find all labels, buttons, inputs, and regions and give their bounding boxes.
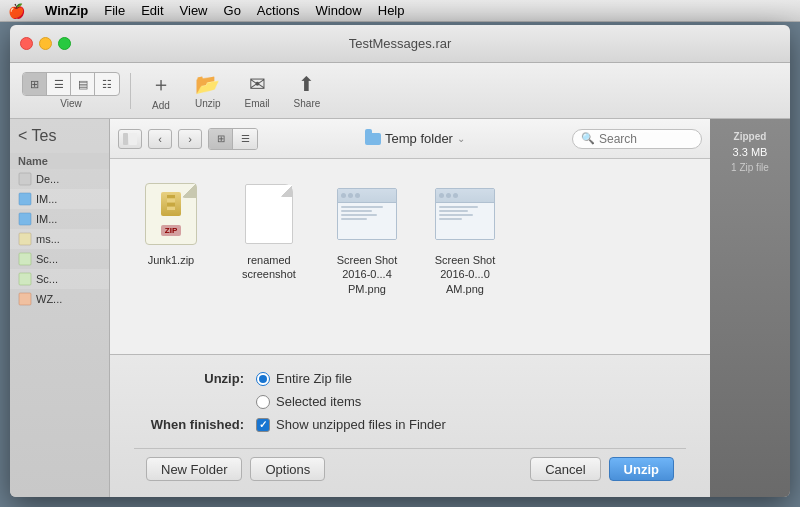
list-item[interactable]: IM...	[10, 209, 109, 229]
add-icon: ＋	[151, 71, 171, 98]
options-button[interactable]: Options	[250, 457, 325, 481]
back-button[interactable]: ‹	[148, 129, 172, 149]
folder-icon	[365, 133, 381, 145]
image-icon	[18, 212, 32, 226]
unzip-button[interactable]: Unzip	[609, 457, 674, 481]
view-btn-list[interactable]: ☰	[47, 73, 71, 95]
share-button[interactable]: ⬆ Share	[284, 68, 331, 113]
list-item[interactable]: WZ...	[10, 289, 109, 309]
search-input[interactable]	[599, 132, 689, 146]
menu-view[interactable]: View	[180, 3, 208, 18]
list-item[interactable]: ZIP Junk1.zip	[126, 175, 216, 271]
winzip-icon	[18, 292, 32, 306]
view-section: ⊞ ☰ ▤ ☷ View	[22, 72, 120, 109]
radio-selected-items[interactable]	[256, 395, 270, 409]
menu-help[interactable]: Help	[378, 3, 405, 18]
menu-bar: 🍎 WinZip File Edit View Go Actions Windo…	[0, 0, 800, 22]
view-btn-coverflow[interactable]: ☷	[95, 73, 119, 95]
close-button[interactable]	[20, 37, 33, 50]
line-decoration	[341, 210, 372, 212]
new-folder-button[interactable]: New Folder	[146, 457, 242, 481]
svg-rect-7	[123, 133, 128, 145]
sidebar-header: < Tes	[10, 119, 109, 153]
unzip-button[interactable]: 📂 Unzip	[185, 68, 231, 113]
minimize-button[interactable]	[39, 37, 52, 50]
image-icon	[18, 192, 32, 206]
sidebar-item-name: Sc...	[36, 273, 58, 285]
svg-rect-0	[19, 173, 31, 185]
svg-rect-12	[167, 207, 175, 210]
search-box[interactable]: 🔍	[572, 129, 702, 149]
add-label: Add	[152, 100, 170, 111]
list-item[interactable]: Sc...	[10, 269, 109, 289]
add-button[interactable]: ＋ Add	[141, 67, 181, 115]
main-content: ‹ › ⊞ ☰ Temp folder ⌄ 🔍	[110, 119, 710, 497]
svg-rect-8	[129, 133, 137, 145]
file-icon-container: ZIP	[141, 179, 201, 249]
list-item[interactable]: De...	[10, 169, 109, 189]
list-item[interactable]: Screen Shot2016-0...4 PM.png	[322, 175, 412, 300]
entire-zip-option[interactable]: Entire Zip file	[256, 371, 352, 386]
file-name: Junk1.zip	[148, 253, 194, 267]
maximize-button[interactable]	[58, 37, 71, 50]
list-item[interactable]: Screen Shot2016-0...0 AM.png	[420, 175, 510, 300]
grid-view-button[interactable]: ⊞	[209, 129, 233, 149]
menu-actions[interactable]: Actions	[257, 3, 300, 18]
zip-size: 3.3 MB	[733, 146, 768, 158]
line-decoration	[341, 206, 383, 208]
menu-go[interactable]: Go	[224, 3, 241, 18]
sidebar-toggle-button[interactable]	[118, 129, 142, 149]
sidebar-column-header: Name	[10, 153, 109, 169]
apple-menu[interactable]: 🍎	[8, 3, 25, 19]
unzip-options: Unzip: Entire Zip file Selected items	[134, 371, 686, 432]
dot-icon	[446, 193, 451, 198]
doc-icon	[18, 172, 32, 186]
dot-icon	[341, 193, 346, 198]
image-icon	[18, 272, 32, 286]
list-item[interactable]: renamedscreenshot	[224, 175, 314, 286]
when-finished-label: When finished:	[134, 417, 244, 432]
screenshot-body	[436, 203, 494, 239]
view-buttons: ⊞ ☰ ▤ ☷	[22, 72, 120, 96]
script-icon	[18, 232, 32, 246]
finder-view-buttons: ⊞ ☰	[208, 128, 258, 150]
svg-rect-6	[19, 293, 31, 305]
sidebar-back[interactable]: < Tes	[18, 127, 56, 145]
chevron-down-icon: ⌄	[457, 133, 465, 144]
cancel-button[interactable]: Cancel	[530, 457, 600, 481]
view-btn-columns[interactable]: ▤	[71, 73, 95, 95]
view-btn-grid[interactable]: ⊞	[23, 73, 47, 95]
bottom-buttons: New Folder Options Cancel Unzip	[134, 448, 686, 481]
selected-items-option[interactable]: Selected items	[256, 394, 361, 409]
email-button[interactable]: ✉ Email	[235, 68, 280, 113]
traffic-lights	[20, 37, 71, 50]
menu-file[interactable]: File	[104, 3, 125, 18]
folder-name: Temp folder	[385, 131, 453, 146]
entire-zip-label: Entire Zip file	[276, 371, 352, 386]
zip-count: 1 Zip file	[731, 162, 769, 173]
list-item[interactable]: ms...	[10, 229, 109, 249]
list-view-button[interactable]: ☰	[233, 129, 257, 149]
screenshot-file-icon	[337, 188, 397, 240]
sidebar-item-name: ms...	[36, 233, 60, 245]
show-in-finder-option[interactable]: ✓ Show unzipped files in Finder	[256, 417, 446, 432]
svg-rect-5	[19, 273, 31, 285]
radio-entire-zip[interactable]	[256, 372, 270, 386]
sidebar-item-name: IM...	[36, 193, 57, 205]
list-item[interactable]: IM...	[10, 189, 109, 209]
file-icon-container	[435, 179, 495, 249]
menu-edit[interactable]: Edit	[141, 3, 163, 18]
file-icon-container	[239, 179, 299, 249]
menu-window[interactable]: Window	[316, 3, 362, 18]
forward-button[interactable]: ›	[178, 129, 202, 149]
screenshot-titlebar	[436, 189, 494, 203]
unzip-label: Unzip	[195, 98, 221, 109]
svg-rect-9	[167, 195, 175, 198]
menu-winzip[interactable]: WinZip	[45, 3, 88, 18]
dot-icon	[348, 193, 353, 198]
zipped-label: Zipped	[734, 131, 767, 142]
screenshot-body	[338, 203, 396, 239]
list-item[interactable]: Sc...	[10, 249, 109, 269]
dot-icon	[453, 193, 458, 198]
show-in-finder-checkbox[interactable]: ✓	[256, 418, 270, 432]
